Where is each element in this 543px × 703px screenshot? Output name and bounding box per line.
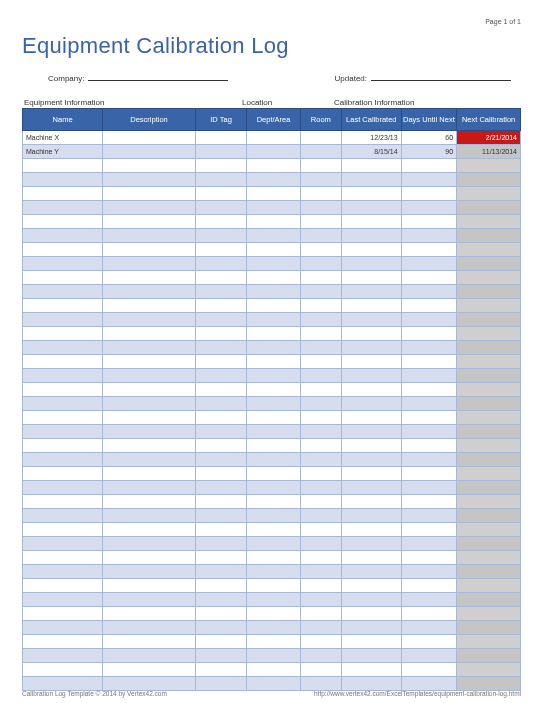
cell-id[interactable] bbox=[195, 285, 246, 299]
cell-room[interactable] bbox=[300, 173, 341, 187]
cell-next[interactable] bbox=[457, 355, 521, 369]
cell-desc[interactable] bbox=[103, 663, 196, 677]
cell-days[interactable] bbox=[401, 327, 457, 341]
cell-days[interactable] bbox=[401, 201, 457, 215]
cell-name[interactable] bbox=[23, 159, 103, 173]
cell-room[interactable] bbox=[300, 607, 341, 621]
cell-next[interactable] bbox=[457, 271, 521, 285]
cell-room[interactable] bbox=[300, 523, 341, 537]
cell-name[interactable] bbox=[23, 285, 103, 299]
cell-days[interactable] bbox=[401, 411, 457, 425]
cell-next[interactable] bbox=[457, 257, 521, 271]
cell-days[interactable] bbox=[401, 607, 457, 621]
cell-name[interactable] bbox=[23, 495, 103, 509]
cell-last[interactable] bbox=[341, 649, 401, 663]
cell-days[interactable] bbox=[401, 299, 457, 313]
cell-dept[interactable] bbox=[247, 425, 301, 439]
cell-id[interactable] bbox=[195, 369, 246, 383]
cell-name[interactable] bbox=[23, 187, 103, 201]
cell-room[interactable] bbox=[300, 257, 341, 271]
cell-last[interactable] bbox=[341, 411, 401, 425]
cell-name[interactable] bbox=[23, 509, 103, 523]
cell-id[interactable] bbox=[195, 411, 246, 425]
cell-last[interactable] bbox=[341, 243, 401, 257]
cell-days[interactable] bbox=[401, 243, 457, 257]
cell-name[interactable] bbox=[23, 537, 103, 551]
cell-name[interactable] bbox=[23, 425, 103, 439]
cell-id[interactable] bbox=[195, 537, 246, 551]
cell-name[interactable] bbox=[23, 355, 103, 369]
cell-desc[interactable] bbox=[103, 523, 196, 537]
cell-days[interactable] bbox=[401, 397, 457, 411]
cell-dept[interactable] bbox=[247, 285, 301, 299]
cell-desc[interactable] bbox=[103, 131, 196, 145]
cell-last[interactable] bbox=[341, 159, 401, 173]
cell-days[interactable] bbox=[401, 229, 457, 243]
cell-dept[interactable] bbox=[247, 621, 301, 635]
cell-desc[interactable] bbox=[103, 565, 196, 579]
cell-last[interactable] bbox=[341, 187, 401, 201]
cell-desc[interactable] bbox=[103, 621, 196, 635]
cell-last[interactable] bbox=[341, 495, 401, 509]
cell-next[interactable] bbox=[457, 663, 521, 677]
cell-name[interactable] bbox=[23, 551, 103, 565]
cell-room[interactable] bbox=[300, 243, 341, 257]
cell-last[interactable] bbox=[341, 467, 401, 481]
cell-last[interactable] bbox=[341, 523, 401, 537]
cell-room[interactable] bbox=[300, 355, 341, 369]
cell-last[interactable] bbox=[341, 355, 401, 369]
cell-last[interactable] bbox=[341, 425, 401, 439]
cell-desc[interactable] bbox=[103, 397, 196, 411]
cell-id[interactable] bbox=[195, 201, 246, 215]
cell-id[interactable] bbox=[195, 159, 246, 173]
cell-desc[interactable] bbox=[103, 327, 196, 341]
cell-next[interactable] bbox=[457, 215, 521, 229]
cell-last[interactable]: 8/15/14 bbox=[341, 145, 401, 159]
cell-next[interactable] bbox=[457, 439, 521, 453]
cell-dept[interactable] bbox=[247, 243, 301, 257]
cell-room[interactable] bbox=[300, 593, 341, 607]
cell-last[interactable] bbox=[341, 285, 401, 299]
cell-room[interactable] bbox=[300, 299, 341, 313]
cell-room[interactable] bbox=[300, 509, 341, 523]
cell-room[interactable] bbox=[300, 663, 341, 677]
cell-id[interactable] bbox=[195, 593, 246, 607]
cell-name[interactable] bbox=[23, 649, 103, 663]
cell-dept[interactable] bbox=[247, 607, 301, 621]
cell-id[interactable] bbox=[195, 481, 246, 495]
cell-id[interactable] bbox=[195, 131, 246, 145]
cell-dept[interactable] bbox=[247, 635, 301, 649]
cell-days[interactable] bbox=[401, 271, 457, 285]
cell-next[interactable] bbox=[457, 649, 521, 663]
cell-next[interactable] bbox=[457, 243, 521, 257]
cell-last[interactable] bbox=[341, 537, 401, 551]
cell-last[interactable] bbox=[341, 369, 401, 383]
cell-next[interactable] bbox=[457, 397, 521, 411]
cell-dept[interactable] bbox=[247, 593, 301, 607]
cell-name[interactable] bbox=[23, 677, 103, 691]
cell-days[interactable] bbox=[401, 523, 457, 537]
cell-last[interactable] bbox=[341, 397, 401, 411]
cell-id[interactable] bbox=[195, 243, 246, 257]
cell-days[interactable] bbox=[401, 425, 457, 439]
cell-desc[interactable] bbox=[103, 495, 196, 509]
cell-name[interactable] bbox=[23, 621, 103, 635]
cell-id[interactable] bbox=[195, 565, 246, 579]
cell-name[interactable] bbox=[23, 369, 103, 383]
cell-name[interactable] bbox=[23, 173, 103, 187]
cell-last[interactable] bbox=[341, 579, 401, 593]
cell-name[interactable] bbox=[23, 453, 103, 467]
cell-room[interactable] bbox=[300, 215, 341, 229]
cell-last[interactable] bbox=[341, 257, 401, 271]
cell-room[interactable] bbox=[300, 425, 341, 439]
cell-desc[interactable] bbox=[103, 607, 196, 621]
cell-room[interactable] bbox=[300, 677, 341, 691]
cell-dept[interactable] bbox=[247, 467, 301, 481]
cell-days[interactable] bbox=[401, 187, 457, 201]
cell-name[interactable] bbox=[23, 341, 103, 355]
cell-next[interactable] bbox=[457, 173, 521, 187]
cell-next[interactable] bbox=[457, 523, 521, 537]
cell-desc[interactable] bbox=[103, 299, 196, 313]
cell-desc[interactable] bbox=[103, 579, 196, 593]
cell-last[interactable] bbox=[341, 607, 401, 621]
